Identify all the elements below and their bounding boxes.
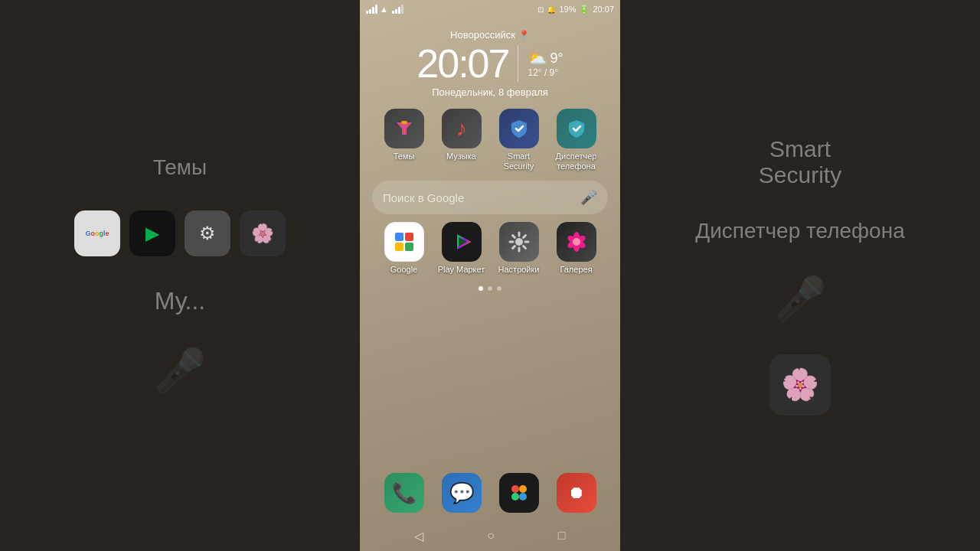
weather-info: ⛅ 9° 12° / 9° (528, 49, 563, 78)
play-label: Play Маркет (438, 265, 485, 275)
nav-bar: ◁ ○ □ (360, 520, 620, 551)
bg-right-mic: 🎤 (774, 274, 827, 324)
clock-time: 20:07 (416, 44, 508, 83)
music-label: Музыка (446, 152, 476, 161)
app-settings[interactable]: Настройки (495, 222, 544, 275)
bg-gallery-icon: 🌸 (240, 210, 286, 256)
app-music[interactable]: ♪ Музыка (437, 109, 486, 171)
themes-label: Темы (394, 152, 415, 161)
weather-cloud-icon: ⛅ (528, 49, 547, 67)
bg-left-text-themes: Темы (153, 155, 207, 180)
signal-icon-2 (392, 5, 403, 14)
svg-point-19 (573, 238, 580, 246)
play-triangle (450, 230, 473, 253)
svg-point-4 (515, 238, 523, 246)
status-time: 20:07 (593, 5, 614, 14)
bg-left-icons: Google ▶ ⚙ 🌸 (74, 210, 286, 256)
svg-line-12 (512, 246, 514, 249)
phone-icon: 📞 (384, 473, 424, 513)
svg-point-22 (511, 493, 519, 500)
music-icon: ♪ (442, 109, 482, 148)
status-right: ⊡ 🔔 19% 🔋 20:07 (537, 5, 614, 15)
dock-messages[interactable]: 💬 (437, 473, 486, 513)
dock-phone[interactable]: 📞 (380, 473, 429, 513)
page-dot-2 (488, 286, 492, 291)
battery-icon: 🔋 (579, 5, 590, 15)
gallery-icon (557, 222, 596, 262)
settings-icon (499, 222, 539, 262)
recent-button[interactable]: □ (552, 523, 572, 549)
flower-svg (564, 230, 589, 254)
hiapp-icon (499, 473, 539, 513)
background-left: Темы Google ▶ ⚙ 🌸 Му... 🎤 (0, 0, 360, 551)
themes-icon (384, 109, 424, 148)
app-row-2: Google Play Ма (360, 222, 620, 275)
battery-percent: 19% (559, 5, 576, 14)
svg-point-20 (511, 485, 519, 493)
clock-row: 20:07 ⛅ 9° 12° / 9° (360, 44, 620, 83)
bg-settings-icon-bg: ⚙ (185, 210, 230, 256)
status-bar: ▲ ⊡ 🔔 19% 🔋 20:07 (360, 0, 620, 18)
app-play[interactable]: Play Маркет (437, 222, 486, 275)
date-text: Понедельник, 8 февраля (360, 86, 620, 98)
phone-manager-shield (566, 118, 587, 139)
notification-icon: 🔔 (547, 5, 556, 14)
svg-point-21 (519, 485, 527, 493)
mic-icon[interactable]: 🎤 (580, 189, 597, 206)
clock-widget: Новороссийск 📍 20:07 ⛅ 9° 12° / 9° Понед… (360, 23, 620, 101)
app-gallery[interactable]: Галерея (552, 222, 601, 275)
gear-svg (508, 231, 530, 253)
bg-right-flower: 🌸 (769, 354, 831, 416)
app-phone-manager[interactable]: Диспетчертелефона (552, 109, 601, 171)
dock-hiapp[interactable] (495, 473, 544, 513)
dock-video[interactable]: ⏺ (552, 473, 601, 513)
phone-manager-icon (557, 109, 596, 148)
clock-divider (518, 45, 518, 82)
search-placeholder: Поиск в Google (383, 191, 574, 204)
phone-manager-label: Диспетчертелефона (556, 152, 597, 171)
app-google[interactable]: Google (380, 222, 429, 275)
themes-icon-svg (394, 118, 415, 139)
svg-rect-1 (401, 121, 407, 124)
hiapp-dots-svg (508, 481, 531, 504)
bg-play-icon: ▶ (129, 210, 175, 256)
background-right: SmartSecurity Диспетчер телефона 🎤 🌸 (620, 0, 980, 551)
back-button[interactable]: ◁ (408, 523, 430, 549)
page-dot-3 (497, 286, 501, 291)
video-icon: ⏺ (557, 473, 596, 513)
phone-handset-icon: 📞 (392, 481, 416, 505)
status-left: ▲ (366, 5, 403, 14)
gallery-label: Галерея (560, 265, 592, 275)
chat-bubble-icon: 💬 (449, 481, 474, 505)
signal-icon (366, 5, 377, 14)
bg-right-text-dispatcher: Диспетчер телефона (695, 219, 904, 243)
screenshot-icon: ⊡ (537, 5, 544, 14)
bottom-dock: 📞 💬 ⏺ (360, 465, 620, 520)
phone-screen: ▲ ⊡ 🔔 19% 🔋 20:07 Новороссийск 📍 20:07 (360, 0, 620, 551)
play-icon (442, 222, 482, 262)
app-row-1: Темы ♪ Музыка SmartSecurity (360, 109, 620, 171)
weather-range: 12° / 9° (528, 67, 558, 78)
page-dot-1 (479, 286, 483, 291)
weather-temp: 9° (550, 51, 563, 67)
settings-label: Настройки (498, 265, 540, 275)
bg-left-mic: 🎤 (154, 346, 207, 396)
svg-line-11 (523, 236, 525, 238)
location-icon: 📍 (518, 30, 530, 41)
svg-marker-0 (397, 122, 412, 135)
google-label: Google (390, 265, 417, 275)
smart-security-icon (499, 109, 539, 148)
bg-right-text-smart: SmartSecurity (759, 136, 841, 188)
smart-security-shield (508, 118, 530, 139)
music-note-icon: ♪ (456, 116, 467, 141)
app-themes[interactable]: Темы (380, 109, 429, 171)
messages-icon: 💬 (442, 473, 482, 513)
svg-line-10 (523, 246, 525, 249)
search-bar[interactable]: Поиск в Google 🎤 (372, 181, 608, 214)
app-smart-security[interactable]: SmartSecurity (495, 109, 544, 171)
video-rec-icon: ⏺ (568, 483, 585, 503)
smart-security-label: SmartSecurity (504, 152, 534, 171)
home-button[interactable]: ○ (481, 523, 501, 549)
page-dots (360, 286, 620, 291)
bg-google-icon: Google (74, 210, 120, 256)
